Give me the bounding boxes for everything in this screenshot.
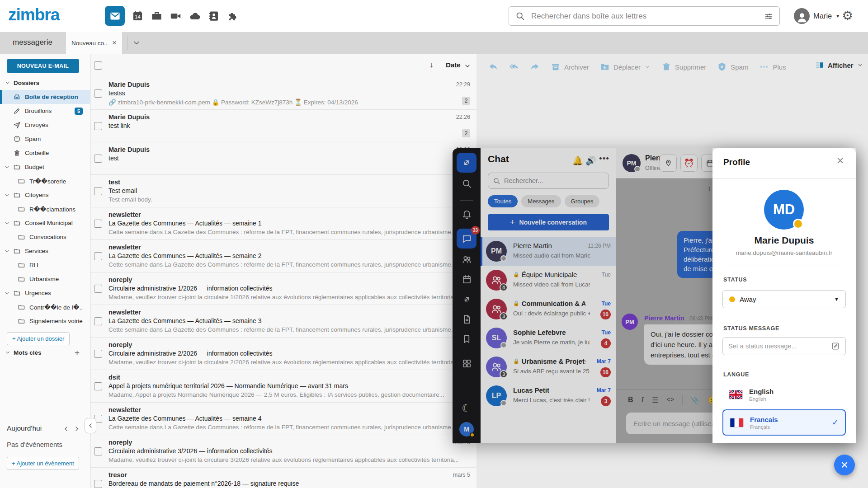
folder-item[interactable]: R��clamations bbox=[0, 202, 90, 216]
add-folder-button[interactable]: + Ajouter un dossier bbox=[7, 332, 70, 345]
new-email-button[interactable]: NOUVEAU E-MAIL bbox=[7, 59, 79, 73]
mail-row[interactable]: Marie Dupuis 22:26 test link 2 bbox=[90, 110, 476, 142]
bold-icon[interactable]: B bbox=[628, 396, 633, 404]
folder-item[interactable]: Budget bbox=[0, 160, 90, 174]
view-mode-button[interactable]: Afficher bbox=[815, 61, 863, 70]
mail-row[interactable]: newsletter La Gazette des Communes — Act… bbox=[90, 207, 476, 240]
folder-item[interactable]: Brouillons 5 bbox=[0, 104, 90, 118]
mail-row[interactable]: noreply Circulaire administrative 1/2026… bbox=[90, 272, 476, 305]
toolbar-button[interactable]: Déplacer bbox=[600, 62, 651, 72]
toolbar-button[interactable]: Spam bbox=[717, 62, 748, 72]
folder-item[interactable]: Boîte de réception bbox=[0, 90, 90, 104]
list-icon[interactable]: ☰ bbox=[652, 396, 658, 404]
calendar-prev-icon[interactable] bbox=[62, 425, 70, 432]
video-app-icon[interactable] bbox=[170, 10, 182, 22]
chevron-down-icon[interactable] bbox=[4, 164, 10, 170]
user-menu[interactable]: Marie ▼ bbox=[794, 8, 840, 24]
tags-section-header[interactable]: Mots clés + bbox=[0, 347, 90, 358]
chat-filter-pill[interactable]: Messages bbox=[521, 195, 561, 207]
chevron-down-icon[interactable] bbox=[4, 290, 10, 296]
calendar-next-icon[interactable] bbox=[73, 425, 80, 432]
toolbar-button[interactable]: Archiver bbox=[551, 62, 589, 72]
reminder-button[interactable]: ⏰ bbox=[680, 155, 698, 172]
mail-row[interactable]: noreply mars 5 Circulaire administrative… bbox=[90, 435, 476, 468]
chevron-down-icon[interactable] bbox=[4, 248, 10, 254]
contacts-icon[interactable] bbox=[462, 254, 472, 265]
new-conversation-button[interactable]: Nouvelle conversation bbox=[488, 214, 609, 230]
toolbar-button[interactable] bbox=[509, 62, 519, 72]
chat-close-fab[interactable]: × bbox=[834, 455, 855, 475]
toolbar-button[interactable] bbox=[488, 62, 498, 72]
sidebar-collapse-button[interactable] bbox=[85, 418, 96, 433]
row-checkbox[interactable] bbox=[94, 350, 102, 358]
folder-item[interactable]: Urbanisme bbox=[0, 272, 90, 286]
add-tag-icon[interactable]: + bbox=[75, 348, 80, 357]
bookmark-icon[interactable] bbox=[462, 334, 472, 344]
mail-row[interactable]: newsletter La Gazette des Communes — Act… bbox=[90, 240, 476, 272]
search-input[interactable] bbox=[531, 12, 758, 21]
briefcase-app-icon[interactable] bbox=[151, 10, 163, 22]
chat-rail-calls-button[interactable] bbox=[457, 153, 476, 173]
folder-item[interactable]: Convocations bbox=[0, 230, 90, 244]
tab-nouveau-contact[interactable]: Nouveau co... × bbox=[66, 32, 122, 54]
mail-row[interactable]: tresor mars 5 Bordereau de mandats de pa… bbox=[90, 468, 476, 488]
folder-item[interactable]: RH bbox=[0, 258, 90, 272]
mail-row[interactable]: Marie Dupuis 22:29 testss 🔗 zimbra10-pri… bbox=[90, 77, 476, 110]
language-option[interactable]: English English ✓ bbox=[722, 383, 846, 406]
folders-section-header[interactable]: Dossiers bbox=[0, 77, 90, 88]
toolbar-button[interactable] bbox=[530, 62, 540, 72]
folder-item[interactable]: Conseil Municipal bbox=[0, 216, 90, 230]
row-checkbox[interactable] bbox=[94, 447, 102, 455]
chat-rail-messages-button[interactable]: 33 bbox=[457, 229, 476, 249]
calendar-icon[interactable] bbox=[462, 274, 472, 285]
row-checkbox[interactable] bbox=[94, 317, 102, 325]
calendar-app-icon[interactable] bbox=[132, 10, 144, 22]
dark-mode-icon[interactable]: ☾ bbox=[462, 402, 472, 415]
mail-row[interactable]: dsit Appel à projets numérique territori… bbox=[90, 370, 476, 403]
folder-item[interactable]: Corbeille bbox=[0, 146, 90, 160]
folder-item[interactable]: Services bbox=[0, 244, 90, 258]
conversation-item[interactable]: 3 🔒 Urbanisme & Projets Mar 7 Si avis AB… bbox=[481, 352, 616, 381]
status-select[interactable]: Away ▼ bbox=[722, 290, 846, 308]
swap-arrows-icon[interactable] bbox=[462, 294, 472, 305]
mail-app-button[interactable] bbox=[105, 6, 125, 26]
mail-row[interactable]: newsletter La Gazette des Communes — Act… bbox=[90, 403, 476, 435]
chat-user-avatar[interactable]: M bbox=[459, 422, 474, 436]
folder-item[interactable]: Envoyés bbox=[0, 118, 90, 132]
apps-grid-icon[interactable] bbox=[462, 358, 472, 369]
toolbar-button[interactable]: Plus bbox=[759, 62, 786, 72]
attachment-icon[interactable]: 📎 bbox=[691, 396, 700, 404]
contacts-app-icon[interactable] bbox=[208, 10, 220, 22]
mail-row[interactable]: test Test email Test email body. bbox=[90, 175, 476, 207]
edit-icon[interactable] bbox=[831, 342, 840, 351]
chevron-down-icon[interactable] bbox=[4, 220, 10, 226]
conversation-item[interactable]: 4 🔒 Équipe Municipale Tue Missed video c… bbox=[481, 266, 616, 295]
sort-direction-icon[interactable]: ↓ bbox=[429, 60, 434, 70]
chat-search-input[interactable] bbox=[504, 177, 604, 184]
folder-item[interactable]: Urgences bbox=[0, 286, 90, 300]
close-icon[interactable]: × bbox=[837, 155, 844, 166]
select-all-checkbox[interactable] bbox=[94, 61, 102, 70]
conversation-item[interactable]: LP Lucas Petit Mar 7 Merci Lucas, c'est … bbox=[481, 381, 616, 410]
row-checkbox[interactable] bbox=[94, 252, 102, 260]
italic-icon[interactable]: I bbox=[642, 396, 644, 404]
gear-icon[interactable]: ⚙ bbox=[842, 7, 853, 24]
pin-button[interactable] bbox=[660, 155, 677, 172]
mail-row[interactable]: noreply Circulaire administrative 2/2026… bbox=[90, 338, 476, 370]
folder-item[interactable]: Signalements voirie bbox=[0, 314, 90, 328]
row-checkbox[interactable] bbox=[94, 155, 102, 163]
sound-icon[interactable]: 🔊 bbox=[585, 155, 596, 166]
extensions-app-icon[interactable] bbox=[226, 10, 239, 22]
conversation-item[interactable]: SL Sophie Lefebvre Tue Je vois Pierre ce… bbox=[481, 324, 616, 352]
status-message-input[interactable] bbox=[728, 343, 831, 350]
chat-filter-pill[interactable]: Groupes bbox=[565, 195, 600, 207]
row-checkbox[interactable] bbox=[94, 187, 102, 195]
mail-row[interactable]: newsletter La Gazette des Communes — Act… bbox=[90, 305, 476, 338]
search-icon[interactable] bbox=[462, 178, 472, 189]
toolbar-button[interactable]: Supprimer bbox=[661, 62, 706, 72]
mail-row[interactable]: Marie Dupuis 22:26 test bbox=[90, 142, 476, 175]
conversation-item[interactable]: 3 🔒 Communication & Agenda Tue Oui : dev… bbox=[481, 295, 616, 324]
bell-icon[interactable] bbox=[462, 209, 472, 219]
code-icon[interactable]: <> bbox=[666, 396, 674, 404]
row-checkbox[interactable] bbox=[94, 382, 102, 390]
